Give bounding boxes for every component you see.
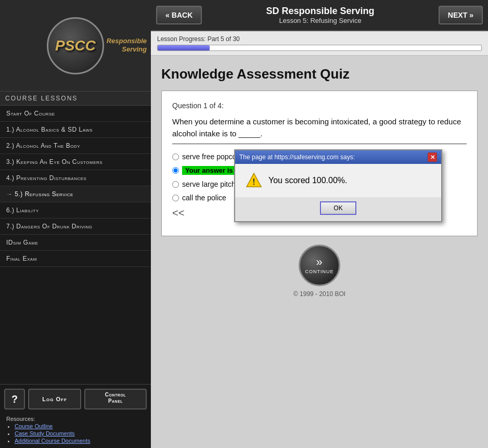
- dialog-body: ! You scored 100.00%.: [235, 164, 441, 197]
- dialog-title: The page at https://safeserving.com says…: [239, 153, 355, 161]
- dialog-titlebar: The page at https://safeserving.com says…: [235, 150, 441, 164]
- continue-arrows-icon: »: [316, 257, 323, 268]
- sidebar-item-start[interactable]: Start Of Course: [0, 106, 151, 122]
- resource-link-course-outline[interactable]: Course Outline: [15, 423, 145, 429]
- dialog-message: You scored 100.00%.: [268, 176, 348, 185]
- progress-track: [157, 45, 482, 51]
- dialog-close-button[interactable]: ✕: [428, 152, 437, 162]
- sidebar-item-lesson2[interactable]: 2.) Alcohol And The Body: [0, 138, 151, 154]
- progress-bar-section: Lesson Progress: Part 5 of 30: [151, 31, 488, 56]
- sidebar-item-lesson7[interactable]: 7.) Dangers Of Drunk Driving: [0, 219, 151, 235]
- main-content: « BACK SD Responsible Serving Lesson 5: …: [151, 0, 488, 448]
- top-nav: « BACK SD Responsible Serving Lesson 5: …: [151, 0, 488, 31]
- question-text: When you determine a customer is becomin…: [172, 116, 467, 144]
- ok-button[interactable]: OK: [320, 201, 356, 215]
- logoff-button[interactable]: Log Off: [28, 389, 81, 409]
- help-button[interactable]: ?: [4, 389, 25, 409]
- double-left-arrow-icon: «: [165, 11, 170, 19]
- continue-button-area: » CONTINUE: [161, 245, 478, 286]
- logo-subtitle: Responsible Serving: [107, 37, 147, 55]
- sidebar-logo: PSCC Responsible Serving: [0, 0, 151, 91]
- double-right-arrow-icon: »: [469, 11, 473, 19]
- radio-a3[interactable]: [172, 181, 179, 188]
- course-title-area: SD Responsible Serving Lesson 5: Refusin…: [207, 6, 433, 24]
- sidebar-item-lesson1[interactable]: 1.) Alcohol Basics & SD Laws: [0, 122, 151, 138]
- svg-text:!: !: [252, 177, 255, 186]
- lesson-subtitle: Lesson 5: Refusing Service: [207, 17, 433, 24]
- footer-copyright: © 1999 - 2010 BOI: [161, 286, 478, 302]
- resource-link-additional-course-documents[interactable]: Additional Course Documents: [15, 438, 145, 444]
- radio-a2[interactable]: [172, 167, 179, 174]
- course-title: SD Responsible Serving: [207, 6, 433, 17]
- sidebar-bottom: ? Log Off ControlPanel Resources: Course…: [0, 384, 151, 448]
- next-button[interactable]: NEXT »: [439, 6, 483, 24]
- answer-text-a4: call the police: [182, 194, 226, 202]
- question-header: Question 1 of 4:: [172, 101, 467, 110]
- radio-a4[interactable]: [172, 195, 179, 201]
- warning-icon: !: [246, 172, 262, 189]
- sidebar-item-lesson4[interactable]: 4.) Preventing Disturbances: [0, 170, 151, 186]
- resources-list: Course OutlineCase Study DocumentsAdditi…: [6, 423, 145, 444]
- logo-circle: PSCC: [47, 17, 104, 74]
- continue-button[interactable]: » CONTINUE: [299, 245, 340, 286]
- logo-pscc-text: PSCC: [55, 39, 96, 53]
- nav-items: Start Of Course1.) Alcohol Basics & SD L…: [0, 106, 151, 384]
- bottom-buttons: ? Log Off ControlPanel: [4, 389, 147, 409]
- dialog-overlay: The page at https://safeserving.com says…: [234, 149, 442, 222]
- course-lessons-header: Course Lessons: [0, 91, 151, 106]
- sidebar-item-lesson6[interactable]: 6.) Liability: [0, 202, 151, 219]
- resources-section: Resources: Course OutlineCase Study Docu…: [4, 414, 147, 444]
- sidebar: PSCC Responsible Serving Course Lessons …: [0, 0, 151, 448]
- back-button[interactable]: « BACK: [156, 6, 202, 24]
- progress-fill: [158, 45, 210, 50]
- continue-label: CONTINUE: [305, 269, 334, 274]
- sidebar-item-lesson5[interactable]: → 5.) Refusing Service: [0, 186, 151, 202]
- content-area: Knowledge Assessment Quiz Question 1 of …: [151, 56, 488, 448]
- dialog-footer: OK: [235, 197, 441, 221]
- sidebar-item-final[interactable]: Final Exam: [0, 251, 151, 267]
- control-panel-button[interactable]: ControlPanel: [84, 389, 147, 409]
- progress-label: Lesson Progress: Part 5 of 30: [157, 35, 482, 43]
- quiz-title: Knowledge Assessment Quiz: [161, 66, 478, 82]
- radio-a1[interactable]: [172, 153, 179, 160]
- sidebar-item-lesson3[interactable]: 3.) Keeping An Eye On Customers: [0, 154, 151, 170]
- resource-link-case-study-documents[interactable]: Case Study Documents: [15, 430, 145, 437]
- sidebar-item-idsim[interactable]: IDsim Game: [0, 235, 151, 251]
